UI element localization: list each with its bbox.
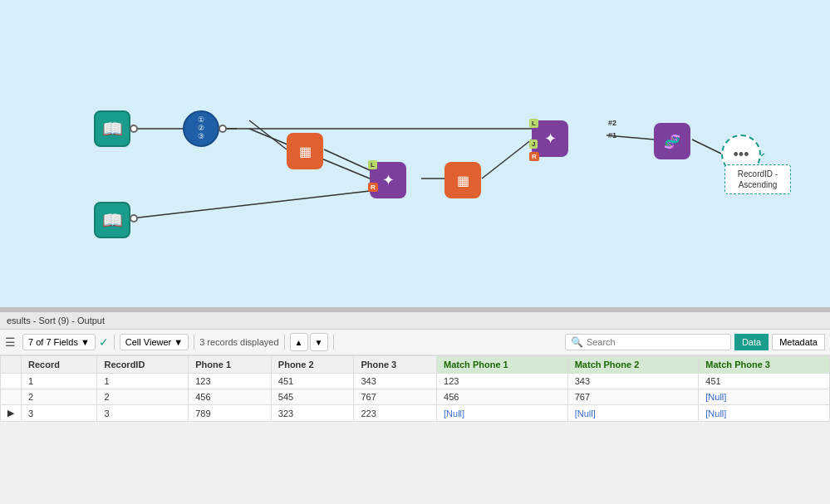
cell-match2: 343: [567, 374, 699, 389]
connector-1: [130, 125, 138, 133]
checkmark-icon[interactable]: ✓: [99, 335, 109, 349]
input-book-1[interactable]: 📖: [94, 110, 130, 147]
sort-arrows-group: ▲ ▼: [290, 333, 328, 351]
hash-1-label: #1: [608, 131, 616, 139]
records-count-label: 3 records displayed: [199, 337, 278, 347]
cell-match2: [Null]: [567, 405, 699, 422]
svg-line-2: [249, 120, 287, 149]
workflow-canvas: 📖 ①②③ ▦ ✦ L R ▦ 📖 ✦ L J R #2 #1 🧬 ••• Re…: [0, 0, 830, 307]
data-table: Record RecordID Phone 1 Phone 2 Phone 3 …: [0, 355, 830, 422]
row-indicator: [1, 374, 22, 389]
big-join-l-label: L: [529, 119, 538, 128]
select-node-2[interactable]: ▦: [444, 162, 481, 198]
cell-match3: 451: [699, 374, 830, 389]
separator-3: [284, 335, 285, 350]
cell-recordid: 2: [97, 389, 189, 405]
dropdown-arrow-icon: ▼: [81, 337, 90, 347]
select-node-1[interactable]: ▦: [287, 133, 323, 169]
cell-viewer-button[interactable]: Cell Viewer ▼: [120, 334, 189, 350]
cell-match1: [Null]: [437, 405, 568, 422]
sort-down-button[interactable]: ▼: [310, 333, 328, 351]
cell-match2: 767: [567, 389, 699, 405]
search-input[interactable]: [587, 337, 719, 347]
record-id-node[interactable]: ①②③: [183, 110, 219, 147]
join-l-label: L: [368, 160, 377, 169]
results-title-text: esults - Sort (9) - Output: [7, 316, 105, 325]
col-header-indicator: [1, 356, 22, 374]
data-table-container: Record RecordID Phone 1 Phone 2 Phone 3 …: [0, 355, 830, 422]
cell-recordid: 1: [97, 374, 189, 389]
cell-match1: 456: [437, 389, 568, 405]
svg-line-4: [324, 149, 370, 170]
svg-line-5: [131, 191, 370, 218]
col-header-phone2[interactable]: Phone 2: [271, 356, 354, 374]
cell-match3: [Null]: [699, 405, 830, 422]
connector-2: [219, 125, 227, 133]
big-join-r-label: R: [529, 152, 539, 161]
cell-record: 2: [22, 389, 97, 405]
sort-up-button[interactable]: ▲: [290, 333, 308, 351]
tab-data-button[interactable]: Data: [734, 334, 769, 350]
results-title-bar: esults - Sort (9) - Output: [0, 312, 830, 330]
cell-phone3: 343: [354, 374, 437, 389]
dna-node[interactable]: 🧬: [654, 123, 690, 159]
cell-phone3: 767: [354, 389, 437, 405]
cell-phone3: 223: [354, 405, 437, 422]
big-join-j-label: J: [529, 139, 538, 149]
cell-viewer-label: Cell Viewer: [125, 337, 171, 347]
cell-match1: 123: [437, 374, 568, 389]
table-row: ▶ 3 3 789 323 223 [Null] [Null] [Null]: [1, 405, 830, 422]
cell-record: 1: [22, 374, 97, 389]
cell-record: 3: [22, 405, 97, 422]
separator-1: [114, 335, 115, 350]
cell-recordid: 3: [97, 405, 189, 422]
cell-phone1: 456: [189, 389, 272, 405]
search-box: 🔍: [565, 334, 731, 350]
tab-metadata-button[interactable]: Metadata: [772, 334, 825, 350]
col-header-recordid[interactable]: RecordID: [97, 356, 189, 374]
separator-4: [333, 335, 334, 350]
cell-match3: [Null]: [699, 389, 830, 405]
input-book-2[interactable]: 📖: [94, 202, 130, 238]
fields-label: 7 of 7 Fields: [28, 337, 78, 347]
col-header-match2[interactable]: Match Phone 2: [567, 356, 699, 374]
row-indicator: [1, 389, 22, 405]
col-header-match3[interactable]: Match Phone 3: [699, 356, 830, 374]
cell-phone2: 323: [271, 405, 354, 422]
table-row: 1 1 123 451 343 123 343 451: [1, 374, 830, 389]
svg-line-7: [482, 139, 532, 179]
connector-3: [130, 214, 138, 223]
cell-phone1: 789: [189, 405, 272, 422]
fields-dropdown-button[interactable]: 7 of 7 Fields ▼: [22, 334, 96, 350]
join-r-label: R: [368, 183, 378, 192]
search-icon: 🔍: [571, 336, 583, 348]
cell-phone1: 123: [189, 374, 272, 389]
col-header-record: Record: [22, 356, 97, 374]
hash-2-label: #2: [608, 119, 616, 127]
separator-2: [194, 335, 194, 350]
toolbar: ☰ 7 of 7 Fields ▼ ✓ Cell Viewer ▼ 3 reco…: [0, 330, 830, 355]
col-header-match1[interactable]: Match Phone 1: [437, 356, 568, 374]
col-header-phone3[interactable]: Phone 3: [354, 356, 437, 374]
hamburger-icon[interactable]: ☰: [5, 335, 16, 349]
results-panel: esults - Sort (9) - Output ☰ 7 of 7 Fiel…: [0, 312, 830, 422]
cell-phone2: 545: [271, 389, 354, 405]
sort-label-box: RecordID - Ascending: [724, 164, 791, 194]
cell-viewer-arrow-icon: ▼: [174, 337, 183, 347]
row-indicator: ▶: [1, 405, 22, 422]
cell-phone2: 451: [271, 374, 354, 389]
table-row: 2 2 456 545 767 456 767 [Null]: [1, 389, 830, 405]
col-header-phone1[interactable]: Phone 1: [189, 356, 272, 374]
svg-line-10: [692, 139, 721, 154]
